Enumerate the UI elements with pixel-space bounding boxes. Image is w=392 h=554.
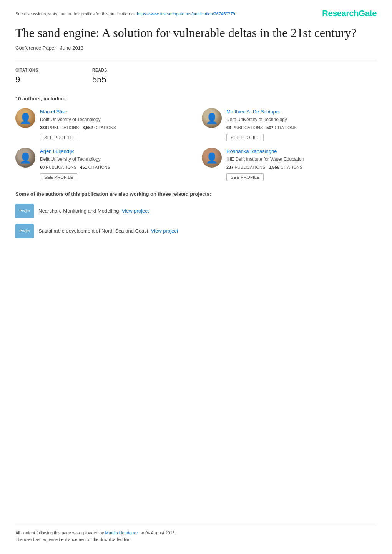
author-info: Roshanka Ranasinghe IHE Delft Institute …	[226, 148, 377, 181]
citations-value: 9	[15, 73, 92, 86]
paper-title: The sand engine: A solution for vulnerab…	[15, 25, 377, 40]
author-stats: 60 PUBLICATIONS 461 CITATIONS	[40, 164, 190, 171]
project-row: Projm Sustainable development of North S…	[15, 224, 377, 238]
authors-grid: 👤 Marcel Stive Delft University of Techn…	[15, 108, 377, 181]
reads-value: 555	[92, 73, 169, 86]
reads-block: READS 555	[92, 67, 169, 86]
avatar: 👤	[15, 108, 35, 128]
footer-line2: The user has requested enhancement of th…	[15, 536, 377, 543]
project-title: Sustainable development of North Sea and…	[38, 227, 178, 235]
citations-block: CITATIONS 9	[15, 67, 92, 86]
citations-label: CITATIONS	[15, 67, 92, 73]
view-project-link[interactable]: View project	[122, 208, 149, 214]
see-profile-button[interactable]: SEE PROFILE	[40, 134, 77, 141]
author-stats: 336 PUBLICATIONS 6,552 CITATIONS	[40, 125, 190, 131]
author-name-link[interactable]: Roshanka Ranasinghe	[226, 148, 377, 155]
author-info: Matthieu A. De Schipper Delft University…	[226, 108, 377, 141]
author-institution: Delft University of Technology	[40, 156, 190, 163]
reads-label: READS	[92, 67, 169, 73]
project-thumbnail: Projm	[15, 224, 34, 238]
see-profile-button[interactable]: SEE PROFILE	[40, 173, 77, 181]
footer-section: All content following this page was uplo…	[15, 526, 377, 542]
project-title: Nearshore Monitoring and Modelling View …	[38, 207, 149, 215]
avatar: 👤	[202, 108, 222, 128]
stats-row: CITATIONS 9 READS 555	[15, 67, 377, 86]
author-card: 👤 Roshanka Ranasinghe IHE Delft Institut…	[202, 148, 377, 181]
author-stats: 237 PUBLICATIONS 3,556 CITATIONS	[226, 164, 377, 171]
avatar: 👤	[202, 148, 222, 168]
divider-stats	[15, 61, 377, 61]
avatar: 👤	[15, 148, 35, 168]
authors-summary: 10 authors, including:	[15, 95, 377, 103]
see-profile-button[interactable]: SEE PROFILE	[226, 134, 264, 141]
author-institution: Delft University of Technology	[226, 116, 377, 123]
view-project-link[interactable]: View project	[151, 228, 178, 234]
author-info: Marcel Stive Delft University of Technol…	[40, 108, 190, 141]
project-thumbnail: Projm	[15, 204, 34, 218]
author-name-link[interactable]: Matthieu A. De Schipper	[226, 108, 377, 116]
author-institution: Delft University of Technology	[40, 116, 190, 123]
author-card: 👤 Arjen Luijendijk Delft University of T…	[15, 148, 190, 181]
publication-link[interactable]: https://www.researchgate.net/publication…	[137, 12, 235, 16]
author-card: 👤 Matthieu A. De Schipper Delft Universi…	[202, 108, 377, 141]
related-projects-label: Some of the authors of this publication …	[15, 190, 377, 198]
author-name-link[interactable]: Arjen Luijendijk	[40, 148, 190, 155]
author-card: 👤 Marcel Stive Delft University of Techn…	[15, 108, 190, 141]
authors-section: 10 authors, including: 👤 Marcel Stive De…	[15, 95, 377, 181]
project-row: Projm Nearshore Monitoring and Modelling…	[15, 204, 377, 218]
researchgate-logo: ResearchGate	[322, 7, 377, 20]
paper-type: Conference Paper · June 2013	[15, 44, 377, 52]
see-profile-button[interactable]: SEE PROFILE	[226, 173, 264, 181]
author-stats: 66 PUBLICATIONS 507 CITATIONS	[226, 125, 377, 131]
author-name-link[interactable]: Marcel Stive	[40, 108, 190, 116]
uploader-link[interactable]: Martijn Henriquez	[105, 531, 138, 535]
author-info: Arjen Luijendijk Delft University of Tec…	[40, 148, 190, 181]
footer-line1: All content following this page was uplo…	[15, 530, 377, 536]
author-institution: IHE Delft Institute for Water Education	[226, 156, 377, 163]
